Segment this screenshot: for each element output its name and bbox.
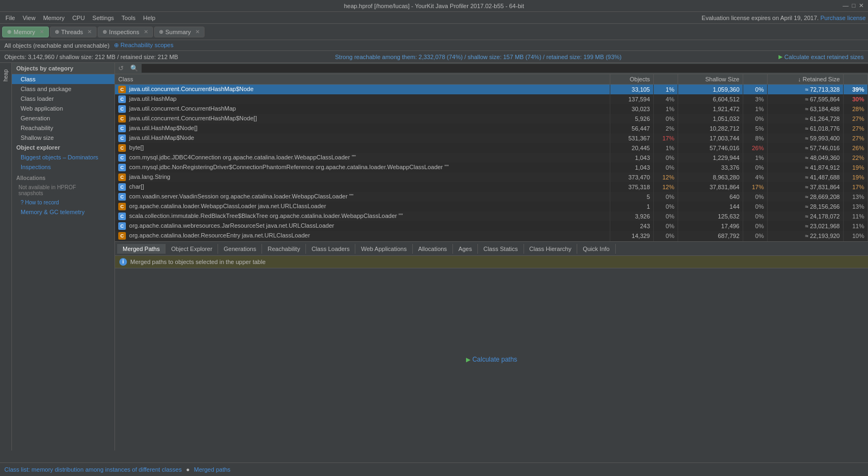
sidebar-item-class-loader[interactable]: Class loader	[12, 94, 114, 104]
class-icon: C	[118, 115, 126, 123]
class-icon: C	[118, 125, 126, 132]
bottom-tab-ages[interactable]: Ages	[453, 244, 478, 254]
sidebar-how-to-record[interactable]: ? How to record	[12, 198, 114, 207]
status-divider: ●	[186, 466, 190, 473]
bottom-tab-merged-paths[interactable]: Merged Paths	[117, 244, 165, 254]
table-row[interactable]: C com.mysql.jdbc.NonRegisteringDriver$Co…	[115, 163, 868, 172]
table-row[interactable]: C java.lang.String 373,470 12% 8,963,280…	[115, 172, 868, 182]
calc-paths-btn[interactable]: Calculate paths	[466, 356, 518, 363]
cell-shallow-pct: 26%	[743, 143, 768, 153]
col-header-class[interactable]: Class	[115, 74, 610, 85]
search-input[interactable]	[142, 64, 868, 73]
status-bar: Class list: memory distribution among in…	[0, 462, 868, 476]
cell-shallow-pct: 0%	[743, 192, 768, 202]
sidebar-item-biggest-objects[interactable]: Biggest objects – Dominators	[12, 152, 114, 162]
menu-settings[interactable]: Settings	[89, 14, 117, 22]
cell-retained: ≈ 28,156,266	[768, 202, 844, 211]
cell-retained-pct: 19%	[844, 163, 868, 172]
cell-retained: ≈ 72,713,328	[768, 85, 844, 95]
table-row[interactable]: C org.apache.catalina.loader.WebappClass…	[115, 202, 868, 211]
status-merged-paths[interactable]: Merged paths	[194, 466, 231, 473]
bottom-tab-object-explorer[interactable]: Object Explorer	[165, 244, 218, 254]
cell-retained: ≈ 67,595,864	[768, 94, 844, 104]
class-table-container[interactable]: Class Objects Shallow Size ↓ Retained Si…	[115, 74, 868, 241]
col-header-shallow-pct	[743, 74, 768, 85]
bottom-tab-class-hierarchy[interactable]: Class Hierarchy	[524, 244, 578, 254]
col-header-retained[interactable]: ↓ Retained Size	[768, 74, 844, 85]
all-objects-label: All objects (reachable and unreachable)	[4, 42, 110, 49]
table-row[interactable]: C java.util.HashMap 137,594 4% 6,604,512…	[115, 94, 868, 104]
sidebar-item-object-explorer: Object explorer	[12, 143, 114, 152]
menu-tools[interactable]: Tools	[118, 14, 139, 22]
status-class-list[interactable]: Class list: memory distribution among in…	[4, 466, 182, 473]
maximize-btn[interactable]: □	[852, 2, 856, 9]
table-row[interactable]: C java.util.HashMap$Node[] 56,447 2% 10,…	[115, 124, 868, 133]
minimize-btn[interactable]: —	[843, 2, 848, 9]
toolbar-tab-inspections[interactable]: ⊕ Inspections ✕	[98, 27, 153, 37]
purchase-link[interactable]: Purchase license	[820, 15, 866, 21]
menu-memory[interactable]: Memory	[40, 14, 68, 22]
calc-retained-btn[interactable]: Calculate exact retained sizes	[778, 54, 864, 60]
sidebar-item-web-app[interactable]: Web application	[12, 104, 114, 113]
menu-file[interactable]: File	[2, 14, 18, 22]
sidebar-item-class-package[interactable]: Class and package	[12, 84, 114, 94]
table-row[interactable]: C java.util.HashMap$Node 531,367 17% 17,…	[115, 133, 868, 143]
summary-tab-close[interactable]: ✕	[195, 29, 200, 35]
bottom-tab-class-loaders[interactable]: Class Loaders	[306, 244, 355, 254]
inspections-tab-close[interactable]: ✕	[144, 29, 148, 35]
table-row[interactable]: C org.apache.catalina.webresources.JarRe…	[115, 221, 868, 231]
threads-tab-close[interactable]: ✕	[87, 29, 92, 35]
sidebar-item-generation[interactable]: Generation	[12, 113, 114, 123]
col-header-objects[interactable]: Objects	[610, 74, 654, 85]
table-row[interactable]: C java.util.concurrent.ConcurrentHashMap…	[115, 85, 868, 95]
menu-cpu[interactable]: CPU	[69, 14, 88, 22]
sidebar-item-shallow-size[interactable]: Shallow size	[12, 133, 114, 143]
menu-view[interactable]: View	[20, 14, 39, 22]
sidebar-item-reachability[interactable]: Reachability	[12, 123, 114, 133]
class-icon: C	[118, 105, 126, 113]
cell-obj-pct: 1%	[654, 85, 678, 95]
toolbar-tab-memory[interactable]: ⊕ Memory ✕	[2, 27, 49, 37]
bottom-tab-reachability[interactable]: Reachability	[262, 244, 306, 254]
bottom-tab-quick-info[interactable]: Quick Info	[577, 244, 616, 254]
sidebar-item-inspections[interactable]: Inspections	[12, 162, 114, 172]
cell-obj-pct: 0%	[654, 211, 678, 221]
close-btn[interactable]: ✕	[859, 2, 864, 9]
right-panel: ↺ 🔍 Class Objects Shallow Size ↓ Retaine…	[115, 63, 868, 451]
bottom-tab-web-apps[interactable]: Web Applications	[355, 244, 412, 254]
table-row[interactable]: C java.util.concurrent.ConcurrentHashMap…	[115, 114, 868, 124]
cell-obj-pct: 0%	[654, 192, 678, 202]
table-row[interactable]: C char[] 375,318 12% 37,831,864 17% ≈ 37…	[115, 182, 868, 192]
cell-obj-pct: 1%	[654, 104, 678, 114]
info-icon: i	[119, 258, 127, 266]
inspections-tab-label: Inspections	[109, 29, 139, 35]
memory-tab-close[interactable]: ✕	[40, 29, 44, 35]
sidebar-memory-gc[interactable]: Memory & GC telemetry	[12, 207, 114, 217]
bottom-tab-generations[interactable]: Generations	[218, 244, 262, 254]
sidebar: Objects by category Class Class and pack…	[12, 63, 115, 451]
vtab-heap[interactable]: heap	[2, 67, 10, 83]
cell-retained: ≈ 28,669,208	[768, 192, 844, 202]
cell-shallow-pct: 17%	[743, 182, 768, 192]
sidebar-item-class[interactable]: Class	[12, 74, 114, 84]
toolbar-tab-threads[interactable]: ⊕ Threads ✕	[50, 27, 97, 37]
table-row[interactable]: C scala.collection.immutable.RedBlackTre…	[115, 211, 868, 221]
eval-notice: Evaluation license expires on April 19, …	[701, 15, 866, 21]
refresh-icon[interactable]: ↺	[115, 63, 127, 74]
col-header-shallow[interactable]: Shallow Size	[678, 74, 743, 85]
menu-help[interactable]: Help	[140, 14, 159, 22]
cell-retained-pct: 17%	[844, 182, 868, 192]
window-controls[interactable]: — □ ✕	[843, 2, 864, 9]
cell-shallow: 640	[678, 192, 743, 202]
cell-shallow: 33,376	[678, 163, 743, 172]
table-row[interactable]: C java.util.concurrent.ConcurrentHashMap…	[115, 104, 868, 114]
cell-shallow: 37,831,864	[678, 182, 743, 192]
toolbar-tab-summary[interactable]: ⊕ Summary ✕	[154, 27, 205, 37]
table-row[interactable]: C byte[] 20,445 1% 57,746,016 26% ≈ 57,7…	[115, 143, 868, 153]
bottom-tab-class-statics[interactable]: Class Statics	[478, 244, 524, 254]
table-row[interactable]: C org.apache.catalina.loader.ResourceEnt…	[115, 231, 868, 241]
table-row[interactable]: C com.mysql.jdbc.JDBC4Connection org.apa…	[115, 153, 868, 163]
bottom-tab-allocations[interactable]: Allocations	[413, 244, 453, 254]
table-row[interactable]: C com.vaadin.server.VaadinSession org.ap…	[115, 192, 868, 202]
reachability-scopes-link[interactable]: ⊕ Reachability scopes	[114, 42, 174, 49]
